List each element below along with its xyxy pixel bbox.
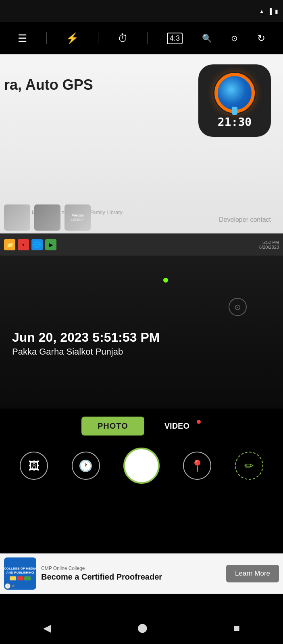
thumb-img-3: Precise Location [65, 204, 91, 231]
camera-toolbar: ☰ ⚡ ⏱ 4:3 🔍 ⊙ ↻ [0, 22, 283, 54]
taskbar-icon-green: ▶ [45, 239, 56, 250]
thumb-3: Precise Location [65, 204, 91, 231]
camera-controls-row: 🖼 🕐 📍 ✏ [0, 448, 283, 484]
taskbar-icon-folder: 📁 [4, 239, 15, 250]
app-icon-container: 21:30 [198, 64, 271, 137]
toolbar-divider-3 [147, 32, 148, 44]
ad-banner: COLLEGE OF MEDIA AND PUBLISHING ℹ ✕ CMP … [0, 553, 283, 594]
taskbar-icon-chrome: 🌐 [31, 239, 43, 250]
ad-info-icon[interactable]: ℹ [5, 583, 10, 589]
recent-nav-icon[interactable]: ■ [233, 622, 240, 634]
signal-icon: ▐ [268, 8, 272, 14]
ad-cta-button[interactable]: Learn More [226, 565, 279, 582]
screen-content: ra, Auto GPS 21:30 is with your family L… [0, 54, 283, 256]
ad-source: CMP Online College [41, 566, 221, 571]
photo-mode-button[interactable]: PHOTO [81, 417, 144, 436]
ad-text-area: CMP Online College Become a Certified Pr… [41, 566, 221, 582]
camera-controls: PHOTO VIDEO 🖼 🕐 📍 ✏ [0, 409, 283, 553]
battery-icon: ▮ [275, 8, 278, 14]
status-bar: ▲ ▐ ▮ [0, 0, 283, 22]
timer-button[interactable]: 🕐 [72, 452, 100, 480]
camera-app-lens [214, 73, 255, 113]
aspect-ratio-icon[interactable]: 4:3 [167, 33, 183, 44]
location-icon: 📍 [190, 459, 204, 473]
toolbar-divider-1 [46, 32, 47, 44]
edit-icon: ✏ [244, 459, 254, 473]
ad-logo: COLLEGE OF MEDIA AND PUBLISHING ℹ ✕ [4, 557, 36, 590]
video-dot [197, 420, 201, 424]
location-button[interactable]: 📍 [183, 452, 211, 480]
video-mode-button[interactable]: VIDEO [152, 417, 202, 436]
taskbar-left-icons: 📁 ● 🌐 ▶ [4, 239, 56, 250]
back-nav-icon[interactable]: ◀ [43, 622, 51, 634]
gallery-icon: 🖼 [28, 459, 40, 473]
shutter-button[interactable] [123, 448, 160, 484]
app-icon-bg: 21:30 [198, 64, 271, 137]
timestamp-date: Jun 20, 2023 5:51:53 PM [12, 330, 160, 345]
taskbar-icon-red: ● [18, 239, 29, 250]
app-time-display: 21:30 [218, 116, 252, 129]
edit-button[interactable]: ✏ [235, 452, 263, 480]
camera-mode-toggle: PHOTO VIDEO [81, 417, 202, 436]
flash-icon[interactable]: ⚡ [66, 32, 79, 45]
search-icon[interactable]: 🔍 [202, 33, 212, 43]
camera-viewfinder: ra, Auto GPS 21:30 is with your family L… [0, 54, 283, 256]
clock-icon: 🕐 [79, 459, 93, 473]
thumb-1 [4, 204, 30, 231]
wifi-icon: ▲ [259, 8, 264, 14]
camera-arm [232, 107, 237, 115]
ad-badge-3 [24, 576, 31, 580]
toolbar-divider-2 [98, 32, 98, 44]
camera-switch-icon[interactable]: ↻ [257, 33, 265, 44]
thumb-img-2 [34, 204, 60, 231]
thumb-img-1 [4, 204, 30, 231]
timestamp-overlay: Jun 20, 2023 5:51:53 PM Pakka Garha Sial… [12, 330, 160, 357]
timestamp-location: Pakka Garha Sialkot Punjab [12, 347, 160, 357]
taskbar-time: 5:52 PM6/20/2023 [259, 240, 279, 250]
menu-icon[interactable]: ☰ [18, 32, 27, 45]
screen-title: ra, Auto GPS [4, 76, 93, 93]
ad-close-icon[interactable]: ✕ [11, 584, 15, 589]
dark-area-icon: ⊙ [229, 298, 247, 316]
ad-logo-badges [10, 576, 31, 580]
ad-badge-1 [10, 576, 16, 580]
android-navbar: ◀ ⬤ ■ [0, 612, 283, 644]
timer-icon[interactable]: ⏱ [118, 32, 128, 45]
ad-badge-2 [17, 576, 23, 580]
shutter-inner [127, 451, 156, 481]
gallery-button[interactable]: 🖼 [20, 452, 48, 480]
app-thumbnails-row: Precise Location [0, 201, 283, 233]
home-nav-icon[interactable]: ⬤ [137, 623, 148, 633]
green-dot-accent [163, 278, 168, 283]
thumb-2 [34, 204, 60, 231]
ad-logo-text: COLLEGE OF MEDIA AND PUBLISHING [4, 567, 36, 574]
screen-taskbar: 📁 ● 🌐 ▶ 5:52 PM6/20/2023 [0, 233, 283, 256]
ad-headline: Become a Certified Proofreader [41, 572, 221, 582]
settings-icon[interactable]: ⊙ [231, 33, 238, 43]
